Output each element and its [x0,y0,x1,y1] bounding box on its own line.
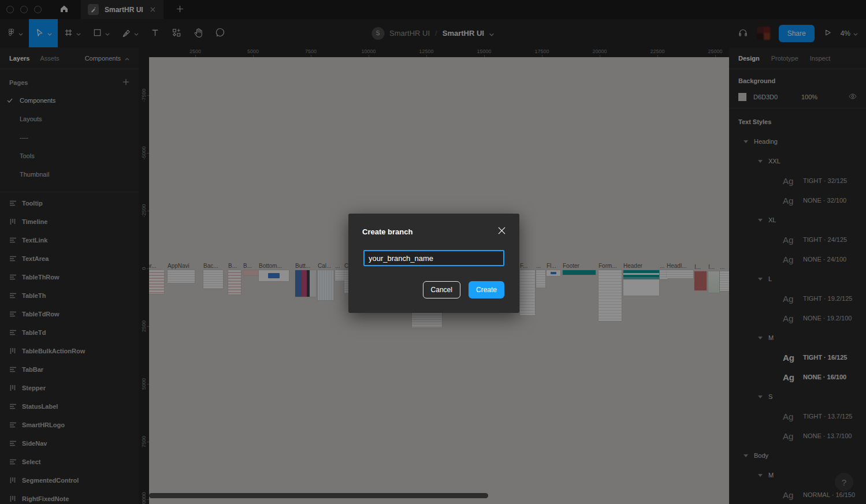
dialog-actions: Cancel Create [423,281,504,298]
dialog-title: Create branch [362,227,412,236]
branch-name-input[interactable] [363,250,504,266]
figma-app: SmartHR UI [0,0,866,504]
create-branch-dialog: Create branch Cancel Create [348,214,519,313]
create-button[interactable]: Create [469,281,504,298]
cancel-button[interactable]: Cancel [423,281,460,298]
close-icon[interactable] [497,226,507,236]
